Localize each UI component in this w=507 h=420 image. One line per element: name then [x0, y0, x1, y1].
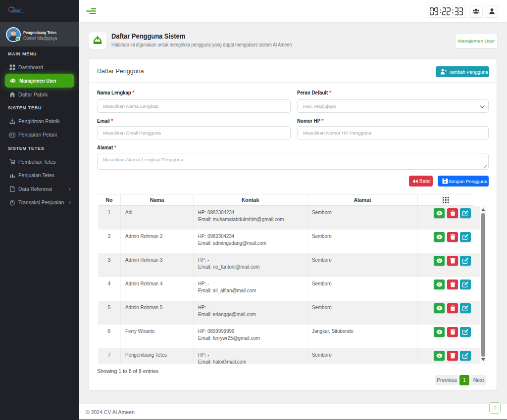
svg-text:Ameen: Ameen [12, 8, 22, 11]
